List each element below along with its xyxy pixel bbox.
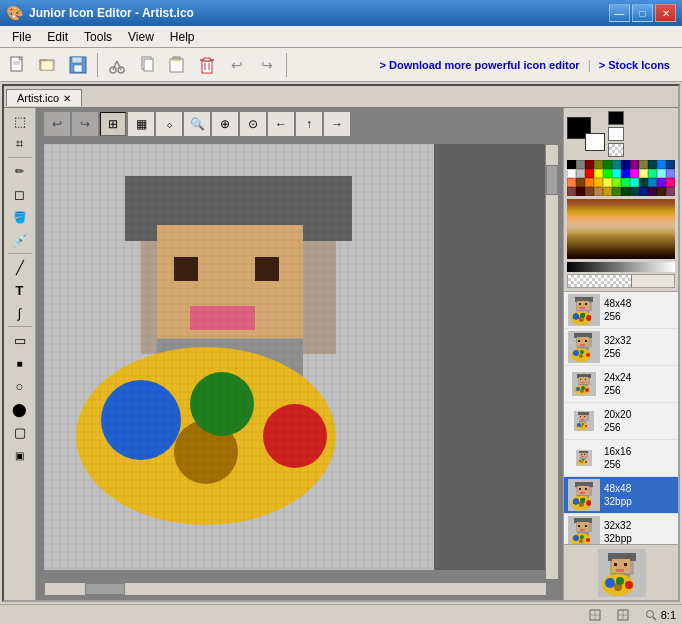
color-cell-25[interactable] — [576, 178, 585, 187]
color-cell-43[interactable] — [630, 187, 639, 196]
background-color[interactable] — [585, 133, 605, 151]
color-cell-33[interactable] — [648, 178, 657, 187]
tool-eyedropper[interactable]: 💉 — [7, 229, 33, 251]
tool-rect-fill[interactable]: ■ — [7, 352, 33, 374]
color-cell-22[interactable] — [657, 169, 666, 178]
tool-fill[interactable]: 🪣 — [7, 206, 33, 228]
close-button[interactable]: ✕ — [655, 4, 676, 22]
color-cell-31[interactable] — [630, 178, 639, 187]
color-cell-39[interactable] — [594, 187, 603, 196]
canvas-hscroll[interactable] — [44, 582, 547, 596]
color-cell-3[interactable] — [594, 160, 603, 169]
color-cell-14[interactable] — [585, 169, 594, 178]
canvas-arrow-left[interactable]: ← — [268, 112, 294, 136]
color-cell-47[interactable] — [666, 187, 675, 196]
cut-button[interactable] — [103, 51, 131, 79]
color-cell-20[interactable] — [639, 169, 648, 178]
pixel-canvas-wrapper[interactable] — [44, 144, 555, 570]
color-cell-26[interactable] — [585, 178, 594, 187]
menu-edit[interactable]: Edit — [39, 28, 76, 46]
minimize-button[interactable]: — — [609, 4, 630, 22]
canvas-vscroll[interactable] — [545, 144, 559, 580]
color-cell-21[interactable] — [648, 169, 657, 178]
vscroll-thumb[interactable] — [546, 165, 558, 195]
paste-button[interactable] — [163, 51, 191, 79]
tool-text[interactable]: T — [7, 279, 33, 301]
canvas-grid-on[interactable]: ⊞ — [100, 112, 126, 136]
icon-size-item-2[interactable]: 24x24256 — [564, 366, 678, 403]
menu-file[interactable]: File — [4, 28, 39, 46]
color-cell-13[interactable] — [576, 169, 585, 178]
color-cell-27[interactable] — [594, 178, 603, 187]
color-cell-9[interactable] — [648, 160, 657, 169]
color-cell-45[interactable] — [648, 187, 657, 196]
canvas-zoom-in[interactable]: ⊕ — [212, 112, 238, 136]
icon-size-item-0[interactable]: 48x48256 — [564, 292, 678, 329]
delete-button[interactable] — [193, 51, 221, 79]
save-button[interactable] — [64, 51, 92, 79]
color-cell-15[interactable] — [594, 169, 603, 178]
canvas-undo[interactable]: ↩ — [44, 112, 70, 136]
tool-select-rect[interactable]: ⬚ — [7, 110, 33, 132]
color-cell-29[interactable] — [612, 178, 621, 187]
black-swatch[interactable] — [608, 111, 624, 125]
tool-ellipse-outline[interactable]: ○ — [7, 375, 33, 397]
doc-tab-close[interactable]: ✕ — [63, 93, 71, 104]
canvas-zoom-fit[interactable]: 🔍 — [184, 112, 210, 136]
transparent-swatch[interactable] — [608, 143, 624, 157]
menu-help[interactable]: Help — [162, 28, 203, 46]
color-cell-1[interactable] — [576, 160, 585, 169]
color-cell-17[interactable] — [612, 169, 621, 178]
color-cell-8[interactable] — [639, 160, 648, 169]
canvas-zoom-select[interactable]: ⊙ — [240, 112, 266, 136]
icon-size-item-5[interactable]: 48x4832bpp — [564, 477, 678, 514]
canvas-filter[interactable]: ⬦ — [156, 112, 182, 136]
color-cell-11[interactable] — [666, 160, 675, 169]
color-cell-4[interactable] — [603, 160, 612, 169]
undo-button[interactable]: ↩ — [223, 51, 251, 79]
canvas-grid-off[interactable]: ▦ — [128, 112, 154, 136]
menu-view[interactable]: View — [120, 28, 162, 46]
pixel-canvas[interactable] — [44, 144, 434, 570]
tool-rounded-rect[interactable]: ▢ — [7, 421, 33, 443]
color-cell-35[interactable] — [666, 178, 675, 187]
color-cell-6[interactable] — [621, 160, 630, 169]
canvas-arrow-right[interactable]: → — [324, 112, 350, 136]
color-cell-10[interactable] — [657, 160, 666, 169]
copy-button[interactable] — [133, 51, 161, 79]
color-cell-36[interactable] — [567, 187, 576, 196]
tool-line[interactable]: ╱ — [7, 256, 33, 278]
tool-eraser[interactable]: ◻ — [7, 183, 33, 205]
color-cell-18[interactable] — [621, 169, 630, 178]
color-cell-30[interactable] — [621, 178, 630, 187]
tool-rounded-fill[interactable]: ▣ — [7, 444, 33, 466]
color-cell-44[interactable] — [639, 187, 648, 196]
icon-size-item-3[interactable]: 20x20256 — [564, 403, 678, 440]
color-cell-23[interactable] — [666, 169, 675, 178]
open-button[interactable] — [34, 51, 62, 79]
redo-button[interactable]: ↪ — [253, 51, 281, 79]
opacity-slider[interactable] — [567, 274, 675, 288]
document-tab[interactable]: Artist.ico ✕ — [6, 89, 82, 106]
icon-size-item-6[interactable]: 32x3232bpp — [564, 514, 678, 544]
color-cell-0[interactable] — [567, 160, 576, 169]
color-cell-19[interactable] — [630, 169, 639, 178]
new-button[interactable] — [4, 51, 32, 79]
tool-pencil[interactable]: ✏ — [7, 160, 33, 182]
color-cell-12[interactable] — [567, 169, 576, 178]
color-cell-40[interactable] — [603, 187, 612, 196]
canvas-redo[interactable]: ↪ — [72, 112, 98, 136]
color-cell-5[interactable] — [612, 160, 621, 169]
color-cell-38[interactable] — [585, 187, 594, 196]
icon-size-item-1[interactable]: 32x32256 — [564, 329, 678, 366]
icon-size-item-4[interactable]: 16x16256 — [564, 440, 678, 477]
color-cell-42[interactable] — [621, 187, 630, 196]
maximize-button[interactable]: □ — [632, 4, 653, 22]
tool-select-free[interactable]: ⌗ — [7, 133, 33, 155]
color-cell-46[interactable] — [657, 187, 666, 196]
color-cell-41[interactable] — [612, 187, 621, 196]
color-cell-16[interactable] — [603, 169, 612, 178]
stock-icons-link[interactable]: > Stock Icons — [599, 59, 670, 71]
canvas-arrow-up[interactable]: ↑ — [296, 112, 322, 136]
tool-ellipse-fill[interactable]: ⬤ — [7, 398, 33, 420]
